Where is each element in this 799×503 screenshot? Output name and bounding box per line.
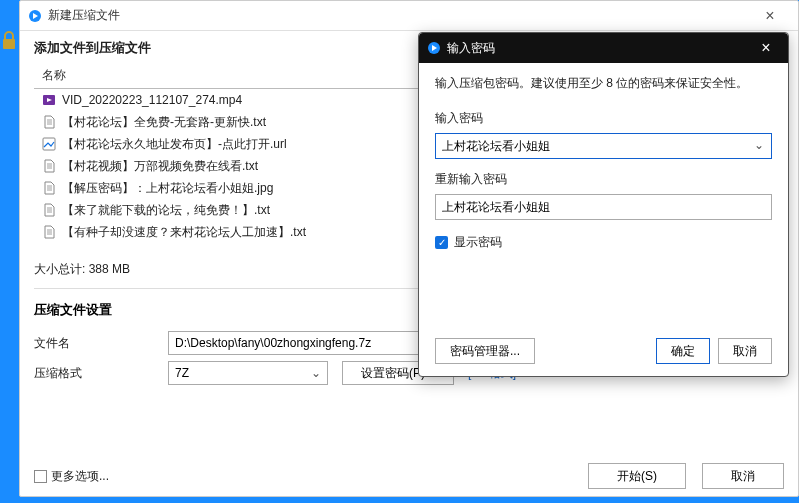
- svg-rect-0: [3, 39, 15, 49]
- app-icon: [28, 9, 42, 23]
- titlebar: 新建压缩文件 ×: [20, 1, 798, 31]
- window-close-button[interactable]: ×: [750, 7, 790, 25]
- file-type-icon: [42, 115, 56, 129]
- more-options-checkbox[interactable]: 更多选项...: [34, 468, 109, 485]
- filename-label: 文件名: [34, 335, 168, 352]
- footer: 更多选项... 开始(S) 取消: [34, 463, 784, 489]
- file-type-icon: [42, 159, 56, 173]
- password-confirm-label: 重新输入密码: [435, 171, 772, 188]
- window-title: 新建压缩文件: [48, 7, 750, 24]
- checkmark-icon: ✓: [435, 236, 448, 249]
- modal-app-icon: [427, 41, 441, 55]
- show-password-label: 显示密码: [454, 234, 502, 251]
- modal-titlebar: 输入密码 ×: [419, 33, 788, 63]
- file-type-icon: [42, 225, 56, 239]
- file-type-icon: [42, 93, 56, 107]
- checkbox-icon: [34, 470, 47, 483]
- modal-title: 输入密码: [447, 40, 752, 57]
- modal-hint: 输入压缩包密码。建议使用至少 8 位的密码来保证安全性。: [435, 75, 772, 92]
- modal-cancel-button[interactable]: 取消: [718, 338, 772, 364]
- password-manager-button[interactable]: 密码管理器...: [435, 338, 535, 364]
- more-options-label: 更多选项...: [51, 468, 109, 485]
- file-type-icon: [42, 181, 56, 195]
- password-label: 输入密码: [435, 110, 772, 127]
- password-input[interactable]: [435, 133, 772, 159]
- format-label: 压缩格式: [34, 365, 168, 382]
- modal-close-button[interactable]: ×: [752, 39, 780, 57]
- format-combo[interactable]: 7Z: [168, 361, 328, 385]
- file-type-icon: [42, 137, 56, 151]
- modal-ok-button[interactable]: 确定: [656, 338, 710, 364]
- start-button[interactable]: 开始(S): [588, 463, 686, 489]
- lock-icon: [0, 30, 18, 52]
- file-type-icon: [42, 203, 56, 217]
- password-modal: 输入密码 × 输入压缩包密码。建议使用至少 8 位的密码来保证安全性。 输入密码…: [418, 32, 789, 377]
- password-confirm-input[interactable]: [435, 194, 772, 220]
- cancel-button[interactable]: 取消: [702, 463, 784, 489]
- show-password-checkbox[interactable]: ✓ 显示密码: [435, 234, 772, 251]
